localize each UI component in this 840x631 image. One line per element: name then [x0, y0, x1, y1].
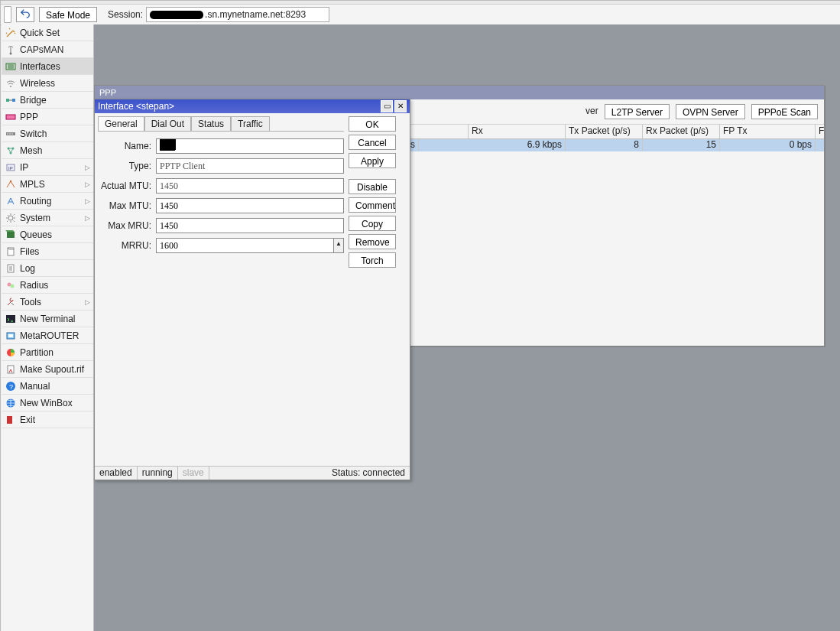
ok-button[interactable]: OK: [349, 116, 396, 132]
chevron-right-icon: ▷: [85, 298, 90, 306]
top-toolbar: Safe Mode Session: .sn.mynetname.net:829…: [1, 5, 840, 25]
session-label: Session:: [108, 9, 143, 20]
dialog-buttons: OKCancelApplyDisableCommentCopyRemoveTor…: [349, 113, 410, 466]
sidebar-item-ppp[interactable]: PPP: [2, 109, 93, 125]
sidebar-item-label: Routing: [20, 196, 51, 207]
safe-mode-button[interactable]: Safe Mode: [39, 7, 97, 22]
sidebar-item-label: Wireless: [20, 78, 55, 89]
remove-button[interactable]: Remove: [349, 234, 396, 249]
tab-general[interactable]: General: [98, 116, 144, 132]
sidebar-item-label: Files: [20, 246, 39, 257]
bridge-icon: [5, 95, 17, 106]
svg-rect-5: [6, 115, 15, 119]
sidebar-item-routing[interactable]: Routing▷: [2, 193, 93, 210]
sidebar-item-manual[interactable]: ?Manual: [2, 378, 93, 395]
session-value: .sn.mynetname.net:8293: [146, 7, 329, 22]
copy-button[interactable]: Copy: [349, 216, 396, 231]
cancel-button[interactable]: Cancel: [349, 135, 396, 150]
sidebar-item-label: New WinBox: [20, 398, 73, 408]
sidebar-item-label: Bridge: [20, 95, 47, 106]
max-mtu-label: Max MTU:: [98, 200, 151, 211]
sidebar-item-quickset[interactable]: Quick Set: [2, 24, 93, 41]
sidebar-item-mpls[interactable]: MPLS▷: [2, 176, 93, 193]
sidebar-item-label: PPP: [20, 112, 38, 122]
col-fptx[interactable]: FP Tx: [720, 125, 816, 138]
status-slave: slave: [178, 467, 209, 480]
chevron-right-icon: ▷: [85, 181, 90, 188]
ppp-button-partial[interactable]: ver: [579, 103, 598, 120]
ppp-window-title[interactable]: PPP: [95, 86, 824, 99]
max-mru-input[interactable]: [156, 218, 344, 233]
svg-rect-18: [7, 232, 15, 238]
sidebar-item-metarouter[interactable]: MetaROUTER: [2, 327, 93, 344]
sidebar-item-queues[interactable]: Queues: [2, 226, 93, 243]
torch-button[interactable]: Torch: [349, 252, 396, 268]
tab-traffic[interactable]: Traffic: [231, 116, 270, 132]
svg-point-30: [7, 398, 15, 407]
max-mtu-input[interactable]: [156, 198, 344, 213]
name-input[interactable]: [156, 138, 344, 154]
sidebar-item-ip[interactable]: IPIP▷: [2, 159, 93, 176]
tab-dial-out[interactable]: Dial Out: [144, 116, 191, 132]
sidebar-item-partition[interactable]: Partition: [2, 344, 93, 361]
meta-icon: [5, 330, 17, 341]
sidebar-item-log[interactable]: Log: [2, 260, 93, 277]
sidebar-item-radius[interactable]: Radius: [2, 277, 93, 294]
type-input: [156, 158, 344, 174]
pppoe-scan-button[interactable]: PPPoE Scan: [751, 104, 818, 119]
close-button[interactable]: ✕: [394, 100, 407, 112]
svg-text:?: ?: [9, 383, 13, 391]
chevron-right-icon: ▷: [85, 197, 90, 205]
help-icon: ?: [5, 381, 17, 392]
sidebar-item-files[interactable]: Files: [2, 243, 93, 260]
sidebar-item-label: Partition: [20, 347, 54, 358]
sidebar-item-supout[interactable]: Make Supout.rif: [2, 361, 93, 378]
sidebar-item-wireless[interactable]: Wireless: [2, 75, 93, 92]
antenna-icon: [5, 44, 17, 55]
svg-rect-6: [6, 115, 15, 119]
mrru-up-button[interactable]: ▲: [334, 238, 344, 253]
sidebar-item-interfaces[interactable]: Interfaces: [2, 58, 93, 75]
sidebar-item-terminal[interactable]: New Terminal: [2, 311, 93, 327]
svg-rect-4: [12, 99, 15, 102]
dialog-titlebar[interactable]: Interface <stepan> ▭ ✕: [95, 99, 410, 113]
sidebar-item-tools[interactable]: Tools▷: [2, 294, 93, 311]
sidebar-item-capsman[interactable]: CAPsMAN: [2, 41, 93, 58]
pie-icon: [5, 347, 17, 358]
col-txp[interactable]: Tx Packet (p/s): [566, 125, 643, 138]
svg-rect-3: [6, 99, 9, 102]
wand-icon: [5, 28, 17, 38]
sidebar-item-mesh[interactable]: Mesh: [2, 142, 93, 159]
dialog-title: Interface <stepan>: [98, 101, 379, 112]
minimize-button[interactable]: ▭: [381, 100, 393, 112]
type-label: Type:: [98, 161, 151, 171]
sidebar-item-system[interactable]: System▷: [2, 210, 93, 226]
l2tp-server-button[interactable]: L2TP Server: [605, 104, 670, 119]
svg-rect-24: [7, 333, 15, 339]
switch-icon: [5, 128, 17, 139]
wifi-icon: [5, 78, 17, 89]
comment-button[interactable]: Comment: [349, 197, 396, 213]
tab-status[interactable]: Status: [191, 116, 231, 132]
sidebar-item-label: New Terminal: [20, 314, 75, 324]
sidebar-item-exit[interactable]: Exit: [2, 411, 93, 428]
col-rxp[interactable]: Rx Packet (p/s): [643, 125, 720, 138]
ppp-icon: [5, 112, 17, 122]
exit-icon: [5, 415, 17, 425]
ip-icon: IP: [5, 162, 17, 173]
mrru-input[interactable]: [156, 238, 334, 253]
col-fpr[interactable]: FP R: [816, 125, 824, 138]
sidebar-item-bridge[interactable]: Bridge: [2, 92, 93, 109]
sidebar-item-winbox[interactable]: New WinBox: [2, 395, 93, 411]
svg-point-26: [7, 349, 15, 356]
apply-button[interactable]: Apply: [349, 153, 396, 168]
mdi-area: PPP ver L2TP Server OVPN Server PPPoE Sc…: [94, 24, 840, 631]
files-icon: [5, 246, 17, 257]
disable-button[interactable]: Disable: [349, 179, 396, 194]
sidebar-item-label: Mesh: [20, 145, 42, 156]
sidebar-item-switch[interactable]: Switch: [2, 125, 93, 142]
ovpn-server-button[interactable]: OVPN Server: [676, 104, 745, 119]
svg-point-22: [11, 284, 15, 288]
col-rx[interactable]: Rx: [469, 125, 566, 138]
undo-button[interactable]: [16, 7, 34, 22]
